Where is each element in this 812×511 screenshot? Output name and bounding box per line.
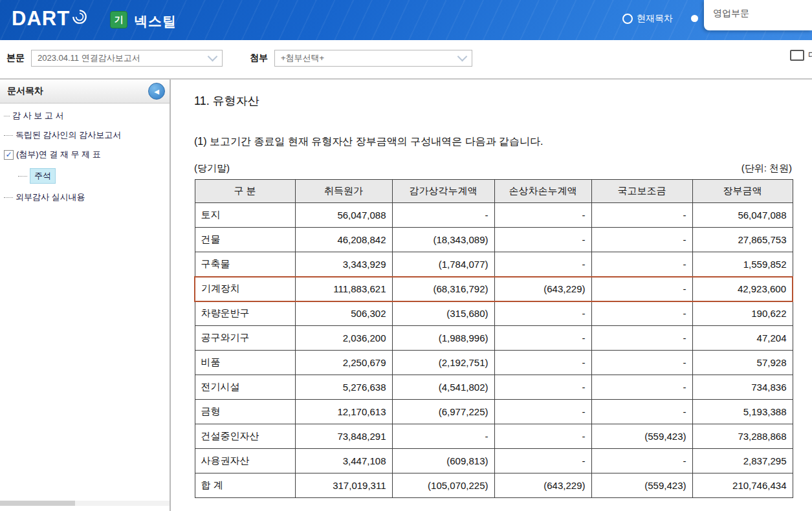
table-cell: 기계장치 xyxy=(195,277,295,301)
toc-tree: 감 사 보 고 서 독립된 감사인의 감사보고서 ✓ (첨부)연 결 재 무 제… xyxy=(0,110,170,203)
table-cell: 차량운반구 xyxy=(195,301,295,326)
table-cell: - xyxy=(494,203,591,228)
table-cell: (18,343,089) xyxy=(392,228,494,252)
toc-item-audit-report[interactable]: 감 사 보 고 서 xyxy=(4,110,170,122)
document-toolbar: 본문 2023.04.11 연결감사보고서 첨부 +첨부선택+ 다 xyxy=(0,40,812,80)
table-cell: 56,047,088 xyxy=(295,203,392,228)
table-row: 공구와기구 2,036,200 (1,988,996) - - 47,204 xyxy=(195,326,793,351)
table-cell: 금형 xyxy=(195,400,295,424)
table-cell: - xyxy=(591,326,692,351)
report-select-value: 2023.04.11 연결감사보고서 xyxy=(38,52,140,64)
table-cell: - xyxy=(494,326,591,351)
table-row: 건물 46,208,842 (18,343,089) - - 27,865,75… xyxy=(195,228,793,252)
table-cell: 전기시설 xyxy=(195,375,295,400)
document-content: 11. 유형자산 (1) 보고기간 종료일 현재 유형자산 장부금액의 구성내역… xyxy=(171,80,812,511)
col-header: 취득원가 xyxy=(295,180,392,203)
table-cell: 3,447,108 xyxy=(295,449,392,473)
dart-logo-text: DART xyxy=(12,8,70,28)
table-cell: - xyxy=(392,203,494,228)
table-cell: 공구와기구 xyxy=(195,326,295,351)
dart-logo[interactable]: DART xyxy=(12,8,88,28)
screen-view-icon[interactable] xyxy=(790,50,804,61)
table-cell: 1,559,852 xyxy=(692,252,793,277)
table-cell: 56,047,088 xyxy=(692,203,793,228)
table-cell: 190,622 xyxy=(692,301,793,326)
current-toc-radio[interactable]: 현재목차 xyxy=(622,13,673,25)
table-cell: - xyxy=(494,252,591,277)
section-title: 11. 유형자산 xyxy=(194,93,812,109)
report-select[interactable]: 2023.04.11 연결감사보고서 xyxy=(31,50,223,67)
clipped-toolbar-label: 다 xyxy=(808,49,812,61)
table-row: 건설중인자산 73,848,291 - - (559,423) 73,288,8… xyxy=(195,424,793,449)
toc-item-label: 외부감사 실시내용 xyxy=(16,191,85,203)
table-cell: (609,813) xyxy=(392,449,494,473)
table-cell: 734,836 xyxy=(692,375,793,400)
table-cell: - xyxy=(494,228,591,252)
chevron-down-icon xyxy=(208,52,218,62)
table-cell: - xyxy=(591,449,692,473)
company-name: 넥스틸 xyxy=(134,12,177,30)
table-cell: 구축물 xyxy=(195,252,295,277)
tree-connector xyxy=(18,176,27,177)
table-cell: 42,923,600 xyxy=(692,277,793,301)
table-cell: 2,250,679 xyxy=(295,351,392,375)
table-cell: (559,423) xyxy=(591,424,692,449)
toc-item-notes-selected[interactable]: 주석 xyxy=(18,168,170,184)
table-cell: - xyxy=(494,301,591,326)
table-row: 사용권자산 3,447,108 (609,813) - - 2,837,295 xyxy=(195,449,793,473)
section-intro: (1) 보고기간 종료일 현재 유형자산 장부금액의 구성내역은 다음과 같습니… xyxy=(194,135,812,149)
table-cell: (2,192,751) xyxy=(392,351,494,375)
table-row: 차량운반구 506,302 (315,680) - - 190,622 xyxy=(195,301,793,326)
toc-item-label: 감 사 보 고 서 xyxy=(12,110,63,122)
period-label: (당기말) xyxy=(194,162,230,175)
table-cell: 73,288,868 xyxy=(692,424,793,449)
dart-swirl-icon xyxy=(71,8,88,25)
table-cell: - xyxy=(494,351,591,375)
table-cell: 57,928 xyxy=(692,351,793,375)
highlighted-table-row: 기계장치 111,883,621 (68,316,792) (643,229) … xyxy=(195,277,793,301)
attachment-select[interactable]: +첨부선택+ xyxy=(274,50,472,67)
toc-item-independent-auditor[interactable]: 독립된 감사인의 감사보고서 xyxy=(4,129,170,141)
table-cell: (68,316,792) xyxy=(392,277,494,301)
table-cell: 건물 xyxy=(195,228,295,252)
table-cell: 건설중인자산 xyxy=(195,424,295,449)
ppe-table: 구 분 취득원가 감가상각누계액 손상차손누계액 국고보조금 장부금액 토지 5… xyxy=(194,179,793,498)
toc-item-label: 독립된 감사인의 감사보고서 xyxy=(16,129,121,141)
scrollbar-thumb[interactable] xyxy=(0,501,75,506)
toc-item-consolidated-fs[interactable]: ✓ (첨부)연 결 재 무 제 표 xyxy=(4,149,170,160)
radio-dot-icon[interactable] xyxy=(691,15,698,22)
col-header: 감가상각누계액 xyxy=(392,180,494,203)
table-cell: 506,302 xyxy=(295,301,392,326)
table-cell: - xyxy=(591,277,692,301)
table-cell: - xyxy=(494,424,591,449)
toc-item-label-selected: 주석 xyxy=(30,168,56,184)
table-cell: - xyxy=(591,301,692,326)
col-header: 구 분 xyxy=(195,180,295,203)
table-total-row: 합 계 317,019,311 (105,070,225) (643,229) … xyxy=(195,473,793,498)
toolbar-right-icons: 다 xyxy=(790,49,812,61)
table-cell: 2,837,295 xyxy=(692,449,793,473)
table-cell: 합 계 xyxy=(195,473,295,498)
table-cell: - xyxy=(494,400,591,424)
sidebar-collapse-button[interactable]: ◀ xyxy=(148,83,165,100)
checkbox-checked-icon[interactable]: ✓ xyxy=(4,150,14,160)
table-cell: 111,883,621 xyxy=(295,277,392,301)
table-cell: - xyxy=(591,351,692,375)
table-row: 비품 2,250,679 (2,192,751) - - 57,928 xyxy=(195,351,793,375)
tree-connector xyxy=(4,116,10,116)
table-cell: 비품 xyxy=(195,351,295,375)
col-header: 국고보조금 xyxy=(591,180,692,203)
table-cell: 5,276,638 xyxy=(295,375,392,400)
table-cell: (6,977,225) xyxy=(392,400,494,424)
table-cell: 210,746,434 xyxy=(692,473,793,498)
toc-item-label: (첨부)연 결 재 무 제 표 xyxy=(16,149,101,160)
tree-connector xyxy=(4,197,13,198)
radio-icon xyxy=(622,14,633,24)
table-cell: (559,423) xyxy=(591,473,692,498)
table-cell: 2,036,200 xyxy=(295,326,392,351)
attach-select-label: 첨부 xyxy=(250,52,268,64)
toc-item-external-audit[interactable]: 외부감사 실시내용 xyxy=(4,191,170,203)
col-header: 손상차손누계액 xyxy=(494,180,591,203)
unit-label: (단위: 천원) xyxy=(741,162,792,175)
dept-dropdown-panel[interactable]: 영업부문 xyxy=(704,0,812,30)
